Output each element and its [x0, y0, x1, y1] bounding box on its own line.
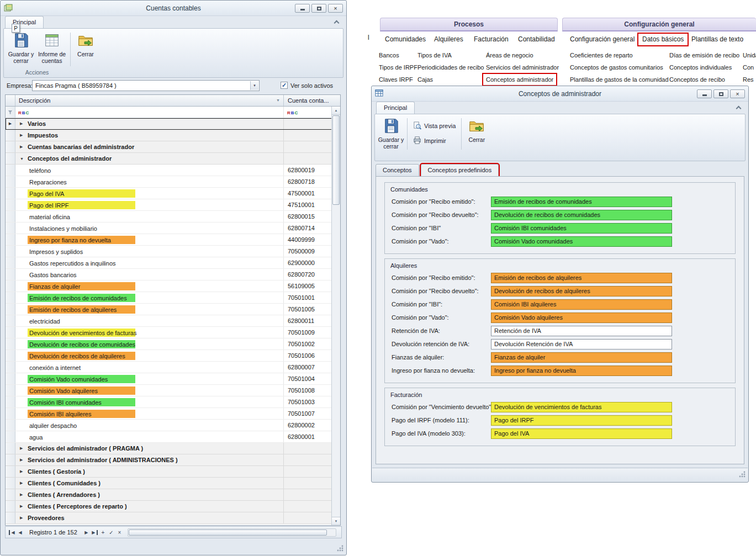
field-input[interactable]: Pago del IVA: [491, 428, 672, 439]
nav-cancel-icon[interactable]: ×: [115, 529, 124, 536]
field-input[interactable]: Devolución de recibos de alquileres: [491, 286, 672, 296]
expand-group-icon[interactable]: ▶: [20, 504, 25, 509]
guardar-y-cerrar-button[interactable]: Guardar y cerrar: [6, 30, 36, 68]
left-titlebar[interactable]: Cuentas contables ×: [1, 1, 346, 16]
account-row[interactable]: Comisión IBI comunidades70501003: [6, 396, 340, 408]
column-header-descripcion[interactable]: Descripción ▼: [15, 95, 284, 106]
menu-item[interactable]: Unida: [743, 49, 756, 61]
expand-group-icon[interactable]: ▶: [20, 145, 25, 149]
account-row[interactable]: agua62800001: [6, 431, 340, 443]
account-row[interactable]: Pago del IVA47500001: [6, 188, 340, 199]
auto-filter-row[interactable]: RBC RBC: [6, 107, 340, 118]
menu-item[interactable]: Coeficientes de reparto: [570, 49, 669, 61]
dialog-tab[interactable]: Conceptos: [376, 164, 419, 177]
account-row[interactable]: Ingreso por fianza no devuelta44009999: [6, 234, 340, 246]
account-row[interactable]: Gastos repercutidos a inquilinos62900000: [6, 257, 340, 269]
tab-principal[interactable]: Principal: [5, 16, 44, 28]
maximize-icon[interactable]: [713, 89, 728, 98]
account-row[interactable]: Pago del IRPF47510001: [6, 199, 340, 211]
nav-first-icon[interactable]: ◀: [9, 530, 16, 535]
field-input[interactable]: Retención de IVA: [491, 326, 672, 336]
account-group-row[interactable]: ▼Conceptos del administrador: [6, 153, 340, 165]
minimize-icon[interactable]: [697, 89, 712, 98]
account-row[interactable]: Devolución de recibos de alquileres70501…: [6, 350, 340, 362]
account-group-row[interactable]: ▶Proveedores: [6, 512, 340, 524]
account-row[interactable]: conexión a internet62800007: [6, 362, 340, 373]
account-group-row[interactable]: ▶Servicios del administrador ( PRAGMA ): [6, 443, 340, 454]
field-input[interactable]: Comisión Vado comunidades: [491, 236, 672, 247]
menu-item[interactable]: Plantillas de gastos de la comunidad: [570, 73, 669, 86]
account-row[interactable]: Devolución de vencimientos de facturas70…: [6, 327, 340, 338]
account-row[interactable]: Gastos bancarios62800720: [6, 269, 340, 280]
account-group-row[interactable]: ▶Servicios del administrador ( ADMINISTR…: [6, 454, 340, 466]
menu-item[interactable]: Tipos de IRPF: [379, 61, 417, 73]
field-input[interactable]: Devolución de vencimientos de facturas: [491, 402, 672, 412]
account-row[interactable]: Emisión de recibos de alquileres70501005: [6, 304, 340, 315]
expand-group-icon[interactable]: ▶: [20, 121, 25, 126]
vertical-scrollbar[interactable]: ▲ ▼: [331, 107, 340, 525]
collapse-ribbon-icon[interactable]: [334, 20, 340, 26]
expand-group-icon[interactable]: ▶: [20, 133, 25, 137]
resize-grip[interactable]: [738, 470, 746, 479]
field-input[interactable]: Comisión Vado alquileres: [491, 313, 672, 323]
expand-group-icon[interactable]: ▶: [20, 458, 25, 462]
account-row[interactable]: electricidad62800011: [6, 315, 340, 327]
account-row[interactable]: Devolución de recibos de comunidades7050…: [6, 338, 340, 350]
expand-group-icon[interactable]: ▶: [20, 446, 25, 451]
scrollbar-thumb[interactable]: [332, 115, 340, 205]
menu-item[interactable]: Tipos de IVA: [417, 49, 484, 61]
account-group-row[interactable]: ▶▶Varios: [6, 118, 340, 130]
account-row[interactable]: Emisión de recibos de comunidades7050100…: [6, 292, 340, 304]
nav-endedit-icon[interactable]: ✓: [107, 529, 115, 536]
field-input[interactable]: Fianzas de alquiler: [491, 352, 672, 363]
account-row[interactable]: Comisión IBI alquileres70501007: [6, 408, 340, 420]
expand-group-icon[interactable]: ▶: [20, 469, 25, 474]
account-row[interactable]: material oficina62800015: [6, 211, 340, 223]
scroll-up-icon[interactable]: ▲: [332, 107, 340, 115]
close-icon[interactable]: ×: [328, 4, 343, 13]
account-group-row[interactable]: ▶Clientes ( Arrendadores ): [6, 489, 340, 501]
nav-next-icon[interactable]: ▶: [82, 530, 91, 535]
account-row[interactable]: alquiler despacho62800002: [6, 420, 340, 431]
field-input[interactable]: Emisión de recibos de comunidades: [491, 197, 672, 207]
scroll-down-icon[interactable]: ▼: [332, 517, 340, 525]
hscrollbar-thumb[interactable]: [129, 529, 327, 536]
menu-item[interactable]: Con: [743, 61, 756, 73]
nav-last-icon[interactable]: ▶: [91, 530, 98, 535]
tab-principal[interactable]: Principal: [376, 102, 415, 114]
menu-item[interactable]: Días de emisión de recibo: [669, 49, 739, 61]
menu-item[interactable]: Conceptos de recibo: [669, 73, 739, 86]
account-group-row[interactable]: ▶Clientes ( Gestoría ): [6, 466, 340, 478]
filter-dropdown-icon[interactable]: ▼: [276, 95, 280, 106]
collapse-group-icon[interactable]: ▼: [20, 157, 25, 161]
resize-grip[interactable]: [336, 544, 343, 553]
column-header-cuenta[interactable]: Cuenta conta...: [284, 95, 340, 106]
menu-item[interactable]: Conceptos individuales: [669, 61, 739, 73]
menu-item[interactable]: Servicios del administrador: [486, 61, 559, 73]
menu-item[interactable]: Conceptos de gastos comunitarios: [570, 61, 669, 73]
horizontal-scrollbar[interactable]: [128, 528, 336, 537]
chevron-down-icon[interactable]: ▼: [250, 81, 258, 90]
field-input[interactable]: Devolución Retención de IVA: [491, 339, 672, 350]
empresa-combobox[interactable]: Fincas Pragma ( B58959784 ) ▼: [32, 80, 260, 91]
field-input[interactable]: Comisión IBI comunidades: [491, 223, 672, 234]
expand-group-icon[interactable]: ▶: [20, 481, 25, 485]
field-input[interactable]: Comisión IBI alquileres: [491, 299, 672, 310]
cerrar-button[interactable]: Cerrar: [73, 30, 98, 68]
menu-item[interactable]: Cajas: [417, 73, 484, 86]
account-group-row[interactable]: ▶Clientes ( Perceptores de reparto ): [6, 501, 340, 512]
account-group-row[interactable]: ▶Clientes ( Comunidades ): [6, 478, 340, 489]
expand-group-icon[interactable]: ▶: [20, 516, 25, 520]
nav-append-icon[interactable]: +: [99, 529, 107, 536]
filter-cell-descripcion[interactable]: RBC: [15, 107, 284, 118]
account-row[interactable]: Comisión Vado alquileres70501008: [6, 385, 340, 396]
account-row[interactable]: Fianzas de alquiler56109005: [6, 280, 340, 292]
maximize-icon[interactable]: [311, 4, 326, 13]
expand-group-icon[interactable]: ▶: [20, 493, 25, 497]
menu-item[interactable]: Res: [743, 73, 756, 86]
menu-item[interactable]: Periodicidades de recibo: [417, 61, 484, 73]
dialog-tab[interactable]: Conceptos predefinidos: [421, 164, 499, 177]
account-row[interactable]: Comisión Vado comunidades70501004: [6, 373, 340, 385]
account-row[interactable]: Impresos y suplidos70500009: [6, 246, 340, 257]
scrollbar-track[interactable]: [332, 205, 340, 517]
